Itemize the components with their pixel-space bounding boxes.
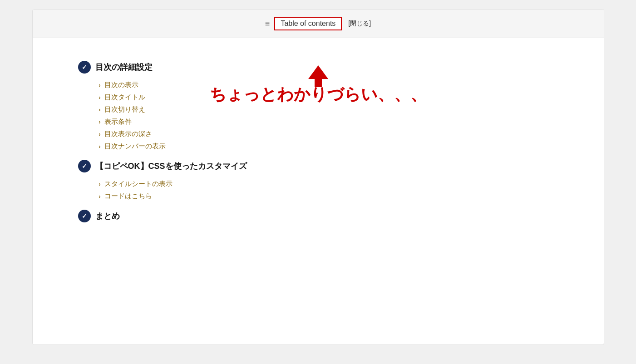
- toc-section-3[interactable]: まとめ: [78, 210, 558, 222]
- item-2-2-label: コードはこちら: [104, 192, 152, 201]
- item-1-4-label: 表示条件: [104, 118, 132, 126]
- toc-item-2-1[interactable]: › スタイルシートの表示: [78, 180, 558, 188]
- item-1-5-label: 目次表示の深さ: [104, 130, 152, 138]
- item-1-2-label: 目次タイトル: [104, 93, 145, 102]
- item-2-1-label: スタイルシートの表示: [104, 180, 173, 188]
- toc-header: ≡ Table of contents [閉じる]: [33, 10, 604, 38]
- section-3-label: まとめ: [95, 211, 120, 221]
- toc-section-1[interactable]: 目次の詳細設定: [78, 61, 558, 74]
- chevron-icon: ›: [99, 131, 101, 138]
- item-1-6-label: 目次ナンバーの表示: [104, 142, 166, 151]
- checkmark-icon-3: [78, 210, 91, 222]
- chevron-icon: ›: [99, 82, 101, 89]
- toc-item-1-3[interactable]: › 目次切り替え: [78, 105, 558, 114]
- toc-item-1-5[interactable]: › 目次表示の深さ: [78, 130, 558, 138]
- toc-item-1-2[interactable]: › 目次タイトル: [78, 93, 558, 102]
- toc-item-1-4[interactable]: › 表示条件: [78, 118, 558, 126]
- page-container: ≡ Table of contents [閉じる] ちょっとわかりづらい、、、 …: [32, 9, 604, 345]
- toc-title: Table of contents: [281, 20, 335, 27]
- close-button[interactable]: [閉じる]: [348, 20, 371, 28]
- item-1-3-label: 目次切り替え: [104, 105, 145, 114]
- toc-item-1-6[interactable]: › 目次ナンバーの表示: [78, 142, 558, 151]
- toc-section-2[interactable]: 【コピペOK】CSSを使ったカスタマイズ: [78, 160, 558, 172]
- item-1-1-label: 目次の表示: [104, 81, 138, 89]
- chevron-icon: ›: [99, 193, 101, 200]
- toc-item-2-2[interactable]: › コードはこちら: [78, 192, 558, 201]
- toc-title-box: Table of contents: [274, 17, 342, 30]
- section-1-label: 目次の詳細設定: [95, 62, 153, 73]
- checkmark-icon-2: [78, 160, 91, 172]
- chevron-icon: ›: [99, 143, 101, 150]
- checkmark-icon-1: [78, 61, 91, 74]
- toc-body: ちょっとわかりづらい、、、 目次の詳細設定 › 目次の表示 › 目次タイトル ›…: [33, 38, 604, 248]
- toc-item-1-1[interactable]: › 目次の表示: [78, 81, 558, 89]
- chevron-icon: ›: [99, 107, 101, 113]
- chevron-icon: ›: [99, 94, 101, 101]
- section-2-label: 【コピペOK】CSSを使ったカスタマイズ: [95, 161, 247, 172]
- chevron-icon: ›: [99, 181, 101, 187]
- list-icon: ≡: [265, 19, 270, 29]
- chevron-icon: ›: [99, 119, 101, 125]
